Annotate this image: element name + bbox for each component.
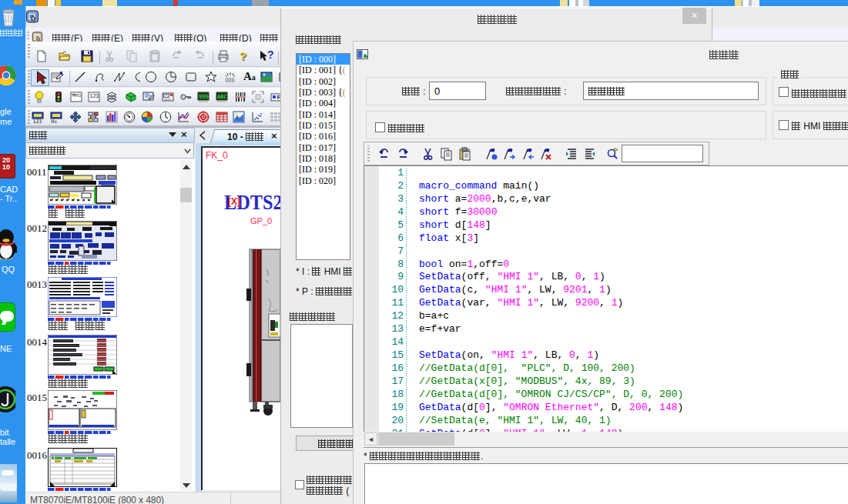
svg-text:123: 123 [33, 118, 42, 124]
svg-text:ABC: ABC [217, 94, 227, 100]
svg-text:HHO: HHO [72, 93, 81, 98]
svg-text:123: 123 [90, 93, 99, 98]
svg-text:H↕: H↕ [52, 118, 58, 124]
svg-text:999: 999 [199, 94, 209, 100]
